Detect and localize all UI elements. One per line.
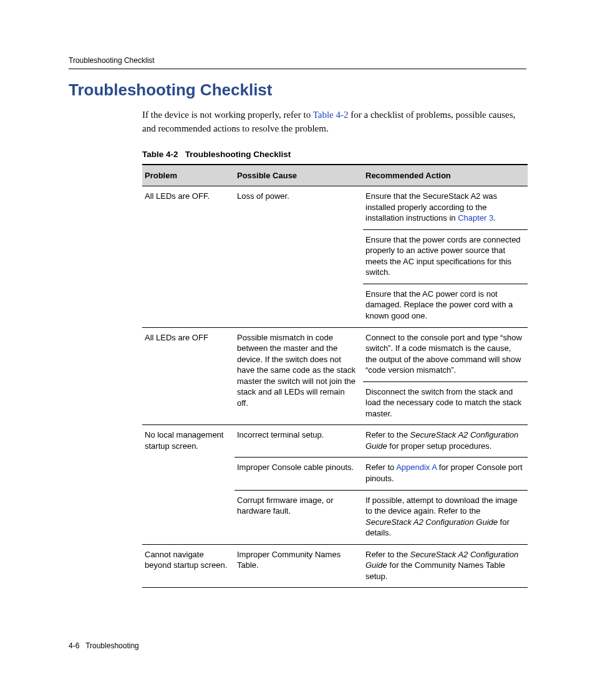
cause-cell: Incorrect terminal setup.	[235, 425, 363, 458]
col-header-problem: Problem	[142, 165, 235, 186]
action-text: Refer to	[365, 463, 396, 472]
table-row: All LEDs are OFF. Loss of power. Ensure …	[142, 186, 528, 230]
col-header-cause: Possible Cause	[235, 165, 363, 186]
table-row: All LEDs are OFF Possible mismatch in co…	[142, 327, 528, 381]
page-footer: 4-6 Troubleshooting	[69, 641, 139, 650]
problem-cell: All LEDs are OFF	[142, 327, 235, 425]
problem-cell: All LEDs are OFF.	[142, 186, 235, 327]
action-cell: If possible, attempt to download the ima…	[363, 490, 528, 544]
cause-cell: Loss of power.	[235, 186, 363, 327]
table-header-row: Problem Possible Cause Recommended Actio…	[142, 165, 528, 186]
action-text: Refer to the	[365, 430, 410, 439]
action-text: .	[493, 213, 496, 223]
table-caption-title: Troubleshooting Checklist	[185, 150, 291, 159]
table-caption: Table 4-2 Troubleshooting Checklist	[69, 150, 526, 159]
action-text: for proper setup procedures.	[387, 441, 492, 451]
footer-page-number: 4-6	[69, 641, 79, 650]
action-cell: Ensure that the AC power cord is not dam…	[363, 284, 528, 327]
action-cell: Refer to the SecureStack A2 Configuratio…	[363, 544, 528, 588]
table-row: No local management startup screen. Inco…	[142, 425, 528, 458]
chapter-3-xref[interactable]: Chapter 3	[458, 213, 493, 223]
col-header-action: Recommended Action	[363, 165, 528, 186]
action-cell: Refer to the SecureStack A2 Configuratio…	[363, 425, 528, 458]
table-4-2-xref[interactable]: Table 4-2	[313, 110, 349, 120]
cause-cell: Possible mismatch in code between the ma…	[235, 327, 363, 425]
table-row: Cannot navigate beyond startup screen. I…	[142, 544, 528, 588]
action-cell: Connect to the console port and type “sh…	[363, 327, 528, 381]
guide-title: SecureStack A2 Configuration Guide	[365, 517, 498, 527]
action-cell: Ensure that the power cords are connecte…	[363, 229, 528, 284]
footer-section: Troubleshooting	[85, 641, 139, 650]
appendix-a-xref[interactable]: Appendix A	[396, 463, 437, 472]
header-divider	[69, 69, 526, 69]
problem-cell: Cannot navigate beyond startup screen.	[142, 544, 235, 588]
intro-text-pre: If the device is not working properly, r…	[142, 110, 313, 120]
action-cell: Disconnect the switch from the stack and…	[363, 381, 528, 425]
page-title: Troubleshooting Checklist	[69, 80, 526, 100]
running-header: Troubleshooting Checklist	[69, 56, 526, 65]
action-cell: Refer to Appendix A for proper Console p…	[363, 458, 528, 490]
cause-cell: Corrupt firmware image, or hardware faul…	[235, 490, 363, 544]
cause-cell: Improper Console cable pinouts.	[235, 458, 363, 490]
action-text: If possible, attempt to download the ima…	[365, 496, 518, 516]
document-page: Troubleshooting Checklist Troubleshootin…	[0, 0, 595, 700]
intro-paragraph: If the device is not working properly, r…	[69, 108, 526, 136]
action-cell: Ensure that the SecureStack A2 was insta…	[363, 186, 528, 230]
action-text: Refer to the	[365, 550, 410, 559]
troubleshooting-table: Problem Possible Cause Recommended Actio…	[142, 164, 528, 588]
table-caption-label: Table 4-2	[142, 150, 178, 159]
cause-cell: Improper Community Names Table.	[235, 544, 363, 588]
problem-cell: No local management startup screen.	[142, 425, 235, 544]
